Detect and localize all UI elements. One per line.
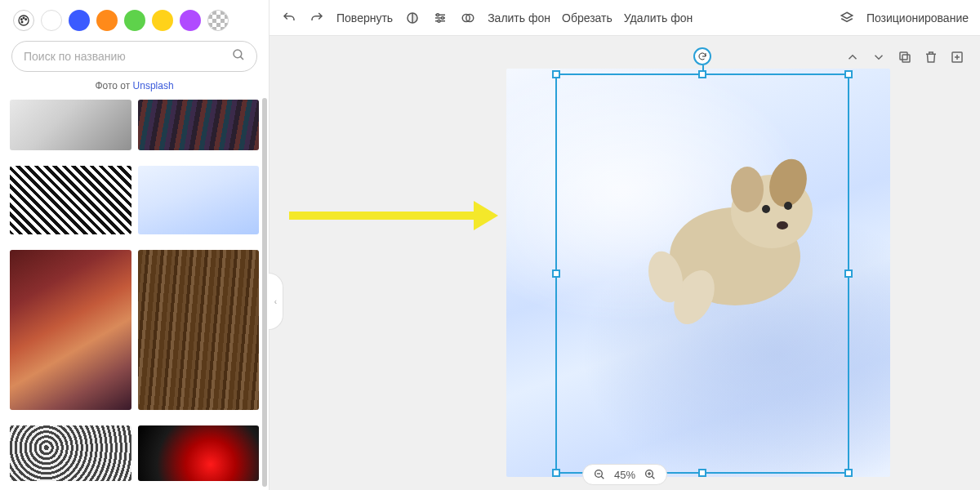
sidebar-collapse-handle[interactable]: ‹ [269,273,283,330]
palette-button[interactable] [13,10,34,31]
svg-marker-17 [474,201,498,230]
zoom-value: 45% [614,469,635,481]
svg-point-1 [21,19,23,20]
trash-icon[interactable] [923,49,939,65]
copy-icon[interactable] [897,49,913,65]
svg-point-2 [23,17,24,19]
chevron-down-icon[interactable] [871,49,887,65]
search-input[interactable] [11,41,257,72]
svg-line-6 [240,56,243,60]
thumbnail[interactable] [10,166,131,234]
brightness-icon[interactable] [404,10,421,26]
thumbnail[interactable] [10,100,131,150]
sliders-icon[interactable] [432,10,448,26]
svg-point-5 [234,50,242,58]
canvas-foreground-subject[interactable] [621,134,833,346]
canvas-area[interactable]: ‹ [270,36,980,490]
swatch-orange[interactable] [96,10,118,31]
object-toolbar [844,49,965,65]
search-wrapper [11,41,257,72]
thumbnail[interactable] [138,250,260,410]
svg-point-4 [21,21,23,23]
swatch-green[interactable] [124,10,145,31]
svg-rect-19 [900,52,907,60]
thumbnail[interactable] [10,250,131,410]
svg-point-30 [784,202,792,210]
svg-line-36 [652,476,654,479]
add-square-icon[interactable] [949,49,965,65]
positioning-button[interactable]: Позиционирование [866,11,969,24]
svg-point-26 [731,167,764,212]
rotate-button[interactable]: Повернуть [336,11,393,24]
svg-point-13 [438,20,440,22]
swatch-blue[interactable] [69,10,90,31]
zoom-out-icon[interactable] [593,468,606,481]
undo-icon[interactable] [281,10,297,26]
thumbnail[interactable] [10,425,131,481]
thumbnail-grid [8,100,261,490]
swatch-transparent[interactable] [207,10,229,31]
zoom-in-icon[interactable] [644,468,657,481]
rotate-handle[interactable] [693,47,711,65]
credit-prefix: Фото от [95,80,132,91]
sidebar-scrollbar[interactable] [262,98,267,487]
top-toolbar: Повернуть Залить фон Обрезать Удалить фо… [270,0,980,36]
overlap-icon[interactable] [460,10,476,26]
svg-point-3 [25,19,27,20]
sidebar: Фото от Unsplash [0,0,270,490]
zoom-control: 45% [582,464,667,485]
credit-link[interactable]: Unsplash [133,80,174,91]
main-area: Повернуть Залить фон Обрезать Удалить фо… [270,0,980,490]
redo-icon[interactable] [309,10,325,26]
annotation-arrow [286,191,498,240]
swatch-yellow[interactable] [152,10,173,31]
svg-line-33 [601,476,604,479]
layers-icon [839,10,855,26]
svg-point-12 [442,16,444,19]
chevron-up-icon[interactable] [844,49,861,65]
fill-bg-button[interactable]: Залить фон [488,11,550,24]
thumbnail[interactable] [138,166,260,234]
svg-point-11 [437,13,439,16]
color-swatch-row [8,7,261,41]
svg-point-31 [777,221,788,229]
svg-point-29 [762,205,770,213]
svg-rect-18 [902,55,910,62]
swatch-purple[interactable] [180,10,201,31]
thumbnail[interactable] [138,425,260,481]
swatch-white[interactable] [41,10,62,31]
crop-button[interactable]: Обрезать [562,11,612,24]
search-icon [231,47,246,65]
photo-credit: Фото от Unsplash [8,72,261,100]
remove-bg-button[interactable]: Удалить фон [624,11,693,24]
thumbnail[interactable] [138,100,260,150]
